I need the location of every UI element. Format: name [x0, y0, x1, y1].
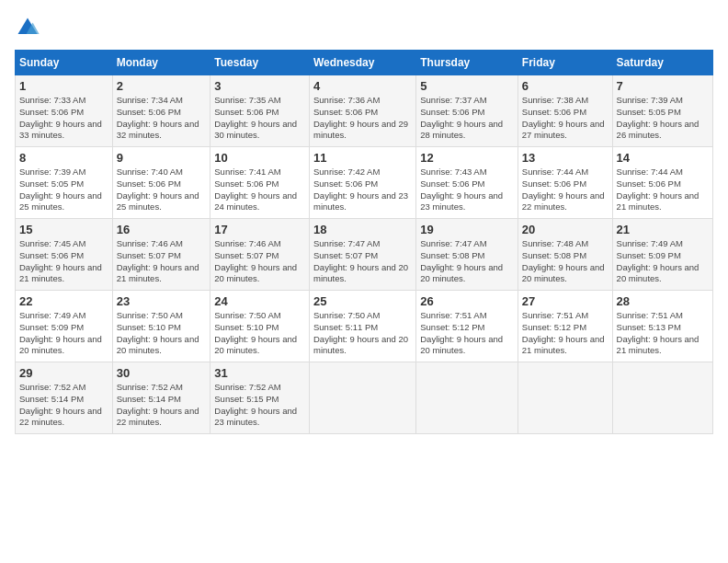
calendar-day-cell: 28 Sunrise: 7:51 AM Sunset: 5:13 PM Dayl… — [612, 291, 712, 362]
day-info: Sunrise: 7:34 AM Sunset: 5:06 PM Dayligh… — [117, 95, 207, 142]
header — [15, 15, 713, 40]
empty-day-cell — [416, 362, 518, 434]
day-info: Sunrise: 7:36 AM Sunset: 5:06 PM Dayligh… — [313, 95, 412, 142]
calendar-day-cell: 5 Sunrise: 7:37 AM Sunset: 5:06 PM Dayli… — [416, 75, 518, 147]
calendar-day-cell: 19 Sunrise: 7:47 AM Sunset: 5:08 PM Dayl… — [416, 219, 518, 291]
day-info: Sunrise: 7:44 AM Sunset: 5:06 PM Dayligh… — [617, 167, 709, 213]
day-info: Sunrise: 7:43 AM Sunset: 5:06 PM Dayligh… — [420, 167, 514, 213]
day-info: Sunrise: 7:38 AM Sunset: 5:06 PM Dayligh… — [522, 95, 609, 142]
day-info: Sunrise: 7:44 AM Sunset: 5:06 PM Dayligh… — [522, 167, 609, 213]
calendar-day-cell: 8 Sunrise: 7:39 AM Sunset: 5:05 PM Dayli… — [16, 147, 113, 219]
calendar-day-cell: 27 Sunrise: 7:51 AM Sunset: 5:12 PM Dayl… — [518, 291, 612, 362]
day-info: Sunrise: 7:47 AM Sunset: 5:07 PM Dayligh… — [313, 238, 412, 285]
calendar-table: SundayMondayTuesdayWednesdayThursdayFrid… — [15, 50, 713, 434]
day-info: Sunrise: 7:40 AM Sunset: 5:06 PM Dayligh… — [117, 167, 207, 213]
calendar-day-cell: 7 Sunrise: 7:39 AM Sunset: 5:05 PM Dayli… — [612, 75, 712, 147]
day-number: 11 — [313, 151, 412, 165]
weekday-header-tuesday: Tuesday — [210, 51, 310, 75]
day-number: 20 — [522, 223, 609, 236]
calendar-day-cell: 18 Sunrise: 7:47 AM Sunset: 5:07 PM Dayl… — [310, 219, 416, 291]
day-number: 15 — [19, 223, 108, 236]
calendar-day-cell: 31 Sunrise: 7:52 AM Sunset: 5:15 PM Dayl… — [210, 362, 310, 434]
day-info: Sunrise: 7:50 AM Sunset: 5:11 PM Dayligh… — [313, 310, 412, 357]
weekday-header-saturday: Saturday — [612, 51, 712, 75]
day-number: 21 — [617, 223, 709, 236]
day-number: 17 — [214, 223, 305, 236]
empty-day-cell — [612, 362, 712, 434]
day-info: Sunrise: 7:37 AM Sunset: 5:06 PM Dayligh… — [420, 95, 514, 142]
day-info: Sunrise: 7:48 AM Sunset: 5:08 PM Dayligh… — [522, 238, 609, 285]
calendar-day-cell: 4 Sunrise: 7:36 AM Sunset: 5:06 PM Dayli… — [310, 75, 416, 147]
calendar-week-row: 1 Sunrise: 7:33 AM Sunset: 5:06 PM Dayli… — [16, 75, 713, 147]
day-number: 31 — [214, 366, 305, 380]
day-number: 19 — [420, 223, 514, 236]
calendar-day-cell: 6 Sunrise: 7:38 AM Sunset: 5:06 PM Dayli… — [518, 75, 612, 147]
day-info: Sunrise: 7:42 AM Sunset: 5:06 PM Dayligh… — [313, 167, 412, 213]
calendar-day-cell: 2 Sunrise: 7:34 AM Sunset: 5:06 PM Dayli… — [112, 75, 210, 147]
day-number: 30 — [117, 366, 207, 380]
weekday-header-monday: Monday — [112, 51, 210, 75]
day-info: Sunrise: 7:49 AM Sunset: 5:09 PM Dayligh… — [617, 238, 709, 285]
day-number: 26 — [420, 294, 514, 308]
day-info: Sunrise: 7:46 AM Sunset: 5:07 PM Dayligh… — [117, 238, 207, 285]
calendar-day-cell: 13 Sunrise: 7:44 AM Sunset: 5:06 PM Dayl… — [518, 147, 612, 219]
weekday-header-sunday: Sunday — [16, 51, 113, 75]
day-info: Sunrise: 7:51 AM Sunset: 5:12 PM Dayligh… — [522, 310, 609, 357]
day-info: Sunrise: 7:39 AM Sunset: 5:05 PM Dayligh… — [19, 167, 108, 213]
day-number: 16 — [117, 223, 207, 236]
logo — [15, 15, 44, 40]
empty-day-cell — [310, 362, 416, 434]
calendar-day-cell: 21 Sunrise: 7:49 AM Sunset: 5:09 PM Dayl… — [612, 219, 712, 291]
day-number: 22 — [19, 294, 108, 308]
logo-icon — [15, 15, 40, 40]
calendar-day-cell: 9 Sunrise: 7:40 AM Sunset: 5:06 PM Dayli… — [112, 147, 210, 219]
calendar-week-row: 8 Sunrise: 7:39 AM Sunset: 5:05 PM Dayli… — [16, 147, 713, 219]
day-info: Sunrise: 7:46 AM Sunset: 5:07 PM Dayligh… — [214, 238, 305, 285]
day-number: 4 — [313, 79, 412, 93]
day-info: Sunrise: 7:51 AM Sunset: 5:12 PM Dayligh… — [420, 310, 514, 357]
calendar-day-cell: 1 Sunrise: 7:33 AM Sunset: 5:06 PM Dayli… — [16, 75, 113, 147]
calendar-day-cell: 14 Sunrise: 7:44 AM Sunset: 5:06 PM Dayl… — [612, 147, 712, 219]
calendar-day-cell: 3 Sunrise: 7:35 AM Sunset: 5:06 PM Dayli… — [210, 75, 310, 147]
calendar-day-cell: 25 Sunrise: 7:50 AM Sunset: 5:11 PM Dayl… — [310, 291, 416, 362]
day-number: 3 — [214, 79, 305, 93]
day-number: 1 — [19, 79, 108, 93]
day-info: Sunrise: 7:52 AM Sunset: 5:14 PM Dayligh… — [117, 382, 207, 429]
day-number: 8 — [19, 151, 108, 165]
calendar-day-cell: 11 Sunrise: 7:42 AM Sunset: 5:06 PM Dayl… — [310, 147, 416, 219]
calendar-day-cell: 15 Sunrise: 7:45 AM Sunset: 5:06 PM Dayl… — [16, 219, 113, 291]
calendar-week-row: 15 Sunrise: 7:45 AM Sunset: 5:06 PM Dayl… — [16, 219, 713, 291]
calendar-day-cell: 23 Sunrise: 7:50 AM Sunset: 5:10 PM Dayl… — [112, 291, 210, 362]
day-number: 14 — [617, 151, 709, 165]
weekday-header-wednesday: Wednesday — [310, 51, 416, 75]
calendar-day-cell: 24 Sunrise: 7:50 AM Sunset: 5:10 PM Dayl… — [210, 291, 310, 362]
day-number: 18 — [313, 223, 412, 236]
day-number: 23 — [117, 294, 207, 308]
calendar-day-cell: 20 Sunrise: 7:48 AM Sunset: 5:08 PM Dayl… — [518, 219, 612, 291]
calendar-day-cell: 29 Sunrise: 7:52 AM Sunset: 5:14 PM Dayl… — [16, 362, 113, 434]
page-container: SundayMondayTuesdayWednesdayThursdayFrid… — [15, 15, 713, 434]
weekday-header-thursday: Thursday — [416, 51, 518, 75]
calendar-day-cell: 10 Sunrise: 7:41 AM Sunset: 5:06 PM Dayl… — [210, 147, 310, 219]
day-number: 2 — [117, 79, 207, 93]
weekday-header-row: SundayMondayTuesdayWednesdayThursdayFrid… — [16, 51, 713, 75]
day-info: Sunrise: 7:41 AM Sunset: 5:06 PM Dayligh… — [214, 167, 305, 213]
day-number: 29 — [19, 366, 108, 380]
day-number: 10 — [214, 151, 305, 165]
day-info: Sunrise: 7:50 AM Sunset: 5:10 PM Dayligh… — [214, 310, 305, 357]
calendar-day-cell: 26 Sunrise: 7:51 AM Sunset: 5:12 PM Dayl… — [416, 291, 518, 362]
day-info: Sunrise: 7:52 AM Sunset: 5:15 PM Dayligh… — [214, 382, 305, 429]
calendar-day-cell: 17 Sunrise: 7:46 AM Sunset: 5:07 PM Dayl… — [210, 219, 310, 291]
day-number: 25 — [313, 294, 412, 308]
day-info: Sunrise: 7:49 AM Sunset: 5:09 PM Dayligh… — [19, 310, 108, 357]
day-info: Sunrise: 7:39 AM Sunset: 5:05 PM Dayligh… — [617, 95, 709, 142]
day-number: 5 — [420, 79, 514, 93]
day-number: 24 — [214, 294, 305, 308]
empty-day-cell — [518, 362, 612, 434]
day-number: 12 — [420, 151, 514, 165]
day-info: Sunrise: 7:35 AM Sunset: 5:06 PM Dayligh… — [214, 95, 305, 142]
day-info: Sunrise: 7:51 AM Sunset: 5:13 PM Dayligh… — [617, 310, 709, 357]
day-number: 13 — [522, 151, 609, 165]
day-info: Sunrise: 7:47 AM Sunset: 5:08 PM Dayligh… — [420, 238, 514, 285]
calendar-week-row: 22 Sunrise: 7:49 AM Sunset: 5:09 PM Dayl… — [16, 291, 713, 362]
